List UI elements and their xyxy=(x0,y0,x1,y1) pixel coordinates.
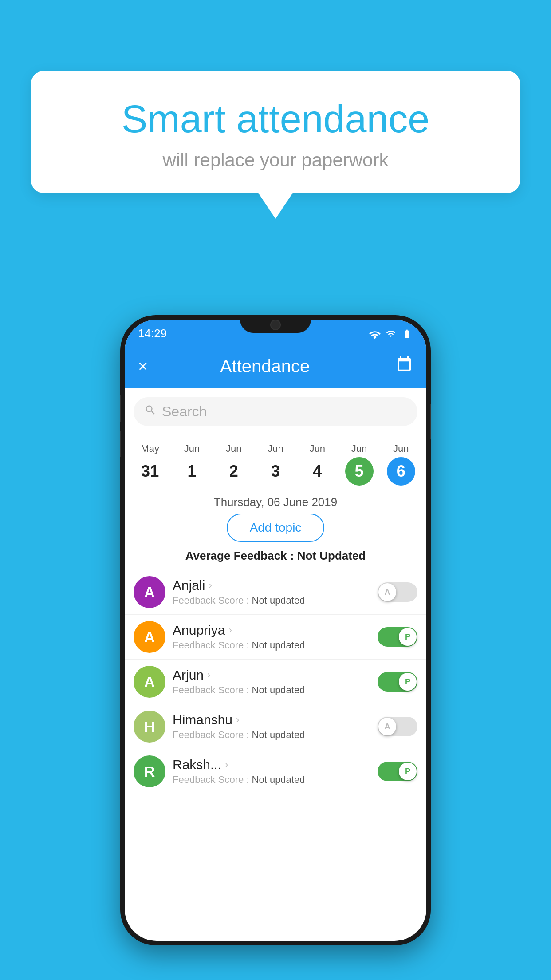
cal-date-number[interactable]: 3 xyxy=(261,457,290,486)
search-icon xyxy=(144,404,157,419)
speech-bubble-tail xyxy=(258,192,293,219)
student-chevron-icon: › xyxy=(209,580,212,591)
toggle-knob: P xyxy=(399,763,417,780)
student-chevron-icon: › xyxy=(236,714,239,726)
student-info: Anupriya›Feedback Score : Not updated xyxy=(173,623,370,651)
status-icons xyxy=(369,329,413,339)
selected-date-label: Thursday, 06 June 2019 xyxy=(125,495,426,509)
add-topic-label: Add topic xyxy=(250,521,302,535)
avg-feedback: Average Feedback : Not Updated xyxy=(125,549,426,563)
student-info: Himanshu›Feedback Score : Not updated xyxy=(173,712,370,741)
student-avatar: A xyxy=(134,666,165,698)
toggle-knob: P xyxy=(399,673,417,691)
avg-feedback-value: Not Updated xyxy=(297,549,366,562)
battery-icon xyxy=(401,329,413,339)
signal-icon xyxy=(386,329,396,339)
student-score: Feedback Score : Not updated xyxy=(173,774,370,786)
calendar-day[interactable]: Jun1 xyxy=(171,439,213,489)
toggle-switch[interactable]: A xyxy=(378,717,417,736)
student-info: Anjali›Feedback Score : Not updated xyxy=(173,578,370,606)
speech-bubble-card: Smart attendance will replace your paper… xyxy=(31,71,520,193)
volume-down-button xyxy=(120,431,121,457)
attendance-toggle[interactable]: P xyxy=(378,672,417,692)
toggle-knob: A xyxy=(378,718,396,735)
add-topic-button[interactable]: Add topic xyxy=(227,514,325,542)
student-item[interactable]: RRaksh...›Feedback Score : Not updatedP xyxy=(125,749,426,794)
calendar-day[interactable]: Jun2 xyxy=(213,439,255,489)
toggle-switch[interactable]: P xyxy=(378,627,417,647)
attendance-toggle[interactable]: P xyxy=(378,627,417,647)
calendar-svg xyxy=(395,356,413,373)
student-info: Raksh...›Feedback Score : Not updated xyxy=(173,757,370,786)
phone-screen: 14:29 × xyxy=(125,320,426,941)
cal-month-label: Jun xyxy=(351,443,367,454)
cal-month-label: May xyxy=(141,443,159,454)
speech-bubble-section: Smart attendance will replace your paper… xyxy=(31,71,520,219)
attendance-toggle[interactable]: P xyxy=(378,762,417,781)
cal-month-label: Jun xyxy=(310,443,325,454)
avg-feedback-label: Average Feedback : xyxy=(185,549,297,562)
toggle-switch[interactable]: P xyxy=(378,672,417,692)
student-avatar: A xyxy=(134,576,165,608)
student-info: Arjun›Feedback Score : Not updated xyxy=(173,668,370,696)
volume-up-button xyxy=(120,395,121,422)
speech-bubble-subtitle: will replace your paperwork xyxy=(58,150,493,171)
student-score: Feedback Score : Not updated xyxy=(173,684,370,696)
phone-mockup: 14:29 × xyxy=(120,315,431,945)
student-name: Arjun› xyxy=(173,668,370,683)
search-placeholder: Search xyxy=(162,403,207,420)
cal-date-number[interactable]: 2 xyxy=(220,457,248,486)
cal-date-number[interactable]: 1 xyxy=(177,457,206,486)
student-name: Raksh...› xyxy=(173,757,370,772)
cal-date-number[interactable]: 31 xyxy=(136,457,164,486)
calendar-day[interactable]: Jun6 xyxy=(380,439,422,489)
phone-frame: 14:29 × xyxy=(120,315,431,945)
app-bar: × Attendance xyxy=(125,344,426,388)
student-item[interactable]: AAnupriya›Feedback Score : Not updatedP xyxy=(125,615,426,660)
calendar-day[interactable]: Jun4 xyxy=(296,439,338,489)
student-list: AAnjali›Feedback Score : Not updatedAAAn… xyxy=(125,570,426,794)
student-avatar: A xyxy=(134,621,165,653)
calendar-day[interactable]: Jun3 xyxy=(255,439,296,489)
student-avatar: R xyxy=(134,755,165,787)
student-item[interactable]: HHimanshu›Feedback Score : Not updatedA xyxy=(125,704,426,749)
cal-date-number[interactable]: 4 xyxy=(303,457,331,486)
student-score: Feedback Score : Not updated xyxy=(173,595,370,606)
student-chevron-icon: › xyxy=(225,759,228,771)
cal-month-label: Jun xyxy=(184,443,200,454)
toggle-knob: A xyxy=(378,583,396,601)
student-chevron-icon: › xyxy=(207,669,210,681)
student-avatar: H xyxy=(134,711,165,743)
calendar-day[interactable]: May31 xyxy=(129,439,171,489)
speech-bubble-title: Smart attendance xyxy=(58,98,493,141)
power-button xyxy=(430,404,431,439)
attendance-toggle[interactable]: A xyxy=(378,582,417,602)
cal-date-number[interactable]: 5 xyxy=(345,457,374,486)
cal-month-label: Jun xyxy=(268,443,283,454)
cal-month-label: Jun xyxy=(393,443,409,454)
app-bar-title: Attendance xyxy=(134,356,395,376)
status-time: 14:29 xyxy=(138,327,167,340)
student-score: Feedback Score : Not updated xyxy=(173,729,370,741)
front-camera xyxy=(270,320,281,330)
student-item[interactable]: AArjun›Feedback Score : Not updatedP xyxy=(125,660,426,704)
search-svg xyxy=(144,404,157,416)
cal-date-number[interactable]: 6 xyxy=(387,457,415,486)
cal-month-label: Jun xyxy=(226,443,241,454)
toggle-knob: P xyxy=(399,628,417,646)
calendar-day[interactable]: Jun5 xyxy=(338,439,380,489)
toggle-switch[interactable]: P xyxy=(378,762,417,781)
student-name: Anjali› xyxy=(173,578,370,593)
student-name: Himanshu› xyxy=(173,712,370,727)
wifi-icon xyxy=(369,329,381,339)
attendance-toggle[interactable]: A xyxy=(378,717,417,736)
phone-notch xyxy=(240,315,311,333)
calendar-icon[interactable] xyxy=(395,356,413,377)
search-bar[interactable]: Search xyxy=(134,397,417,426)
student-chevron-icon: › xyxy=(228,624,232,636)
student-score: Feedback Score : Not updated xyxy=(173,640,370,651)
student-name: Anupriya› xyxy=(173,623,370,638)
student-item[interactable]: AAnjali›Feedback Score : Not updatedA xyxy=(125,570,426,615)
calendar-strip: May31Jun1Jun2Jun3Jun4Jun5Jun6 xyxy=(125,435,426,489)
toggle-switch[interactable]: A xyxy=(378,582,417,602)
